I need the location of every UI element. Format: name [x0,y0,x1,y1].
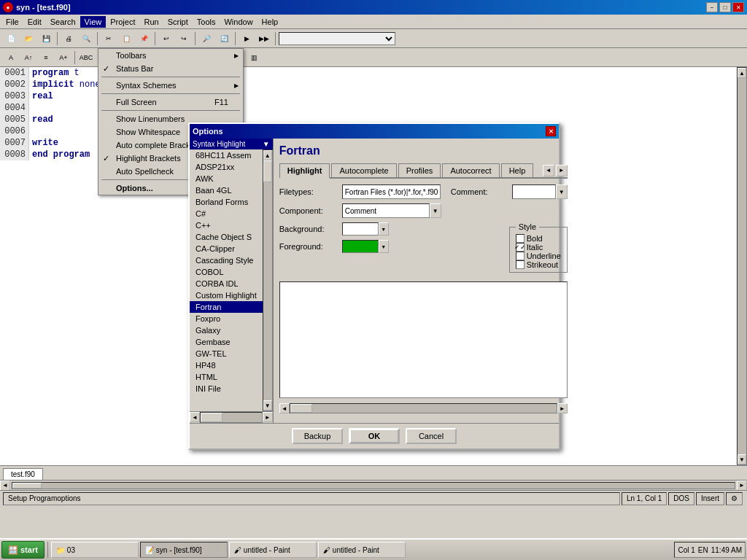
tb2-btn4[interactable]: A+ [55,50,71,65]
menu-script[interactable]: Script [163,16,193,28]
ok-button[interactable]: OK [349,428,400,444]
tb-redo[interactable]: ↪ [176,31,192,46]
menu-file[interactable]: File [1,16,23,28]
menu-search[interactable]: Search [46,16,80,28]
tb2-b8[interactable]: ▥ [246,50,262,65]
lang-baan4gl[interactable]: Baan 4GL [190,184,263,196]
tab-profiles[interactable]: Profiles [398,163,441,177]
lang-cascading[interactable]: Cascading Style [190,254,263,266]
tb-save[interactable]: 💾 [38,31,54,46]
taskbar-app-paint1[interactable]: 🖌 untitled - Paint [229,542,317,558]
menu-project[interactable]: Project [106,16,139,28]
editor-tab-test[interactable]: test.f90 [3,468,43,480]
dd-fullscreen[interactable]: Full Screen F11 [98,96,243,109]
lang-custom[interactable]: Custom Highlight [190,289,263,301]
backup-button[interactable]: Backup [292,428,343,444]
tb2-btn3[interactable]: ≡ [38,50,54,65]
italic-checkbox[interactable]: ✓ [516,243,525,252]
comment-input[interactable] [512,184,556,199]
tb-preview[interactable]: 🔍 [78,31,94,46]
tab-autocomplete[interactable]: Autocomplete [331,163,396,177]
underline-checkbox[interactable] [516,252,525,260]
comment-dropdown-btn[interactable]: ▼ [556,184,568,199]
taskbar-app-03[interactable]: 📁 03 [51,542,139,558]
tb2-abc[interactable]: ABC [78,50,94,65]
hscroll-left[interactable]: ◄ [0,481,10,491]
lang-foxpro[interactable]: Foxpro [190,313,263,324]
editor-hscroll[interactable]: ◄ ► [0,480,747,490]
menu-window[interactable]: Window [220,16,257,28]
tab-nav-right[interactable]: ► [556,165,568,176]
lang-html[interactable]: HTML [190,371,263,383]
tab-highlight[interactable]: Highlight [279,163,330,179]
bold-checkbox[interactable] [516,234,525,243]
list-nav-left[interactable]: ◄ [190,412,200,422]
cancel-button[interactable]: Cancel [406,428,457,444]
tb-copy[interactable]: 📋 [118,31,134,46]
background-swatch[interactable] [342,222,379,236]
tb-undo[interactable]: ↩ [158,31,174,46]
preview-scroll-right[interactable]: ► [557,403,568,413]
menu-tools[interactable]: Tools [193,16,220,28]
menu-run[interactable]: Run [139,16,163,28]
component-input[interactable] [342,203,430,218]
taskbar-app-syn[interactable]: 📝 syn - [test.f90] [140,542,228,558]
window-close-button[interactable]: ✕ [732,2,744,12]
tb2-btn1[interactable]: A [3,50,19,65]
lang-adsp21xx[interactable]: ADSP21xx [190,161,263,173]
tb-open[interactable]: 📂 [20,31,36,46]
tb-run[interactable]: ▶▶ [256,31,272,46]
lang-cache[interactable]: Cache Object S [190,231,263,243]
tab-autocorrect[interactable]: Autocorrect [442,163,499,177]
lang-borland[interactable]: Borland Forms [190,196,263,208]
tb-find[interactable]: 🔎 [198,31,214,46]
menu-help[interactable]: Help [258,16,283,28]
lang-caclipper[interactable]: CA-Clipper [190,243,263,254]
tb-new[interactable]: 📄 [3,31,19,46]
tb-paste[interactable]: 📌 [136,31,152,46]
menu-edit[interactable]: Edit [23,16,46,28]
scroll-down-btn[interactable]: ▼ [738,454,746,464]
lang-galaxy[interactable]: Galaxy [190,324,263,336]
tab-help[interactable]: Help [501,163,534,177]
start-button[interactable]: 🪟 start [1,541,44,559]
menu-view[interactable]: View [80,16,107,28]
list-nav-right[interactable]: ► [263,412,273,422]
lang-gembase[interactable]: Gembase [190,336,263,348]
preview-hscroll[interactable]: ◄ ► [279,402,568,414]
filetypes-input[interactable] [342,184,441,199]
tb-replace[interactable]: 🔄 [216,31,232,46]
lang-csharp[interactable]: C# [190,208,263,219]
tb-cut[interactable]: ✂ [101,31,117,46]
minimize-button[interactable]: − [706,2,718,12]
dd-syntax-schemes[interactable]: Syntax Schemes [98,79,243,92]
lang-list-vscroll[interactable]: ▲ ▼ [263,149,273,411]
hscroll-right[interactable]: ► [737,481,747,491]
dialog-close-button[interactable]: ✕ [546,126,556,136]
maximize-button[interactable]: □ [719,2,731,12]
lang-corbaidl[interactable]: CORBA IDL [190,278,263,289]
strikeout-checkbox[interactable] [516,260,525,269]
tb-print[interactable]: 🖨 [61,31,77,46]
lang-list[interactable]: 68HC11 Assem ADSP21xx AWK Baan 4GL Borla… [190,149,273,411]
component-dropdown-btn[interactable]: ▼ [430,203,441,218]
lang-inifile[interactable]: INI File [190,383,263,394]
syntax-select[interactable] [279,32,395,45]
editor-vscroll[interactable]: ▲ ▼ [737,67,747,465]
dd-statusbar[interactable]: Status Bar [98,62,243,75]
background-drop-btn[interactable]: ▼ [379,222,389,236]
foreground-drop-btn[interactable]: ▼ [379,240,389,253]
foreground-swatch[interactable] [342,240,379,253]
lang-hp48[interactable]: HP48 [190,359,263,371]
lang-68hc11[interactable]: 68HC11 Assem [190,149,263,161]
lang-scroll-up[interactable]: ▲ [263,150,272,160]
tb2-btn2[interactable]: A↑ [20,50,36,65]
lang-fortran[interactable]: Fortran [190,301,263,313]
taskbar-app-paint2[interactable]: 🖌 untitled - Paint [318,542,406,558]
scroll-up-btn[interactable]: ▲ [738,68,746,78]
lang-awk[interactable]: AWK [190,173,263,184]
preview-scroll-left[interactable]: ◄ [279,403,290,413]
lang-cpp[interactable]: C++ [190,219,263,231]
lang-scroll-down[interactable]: ▼ [263,400,272,411]
tb-compile[interactable]: ▶ [239,31,255,46]
